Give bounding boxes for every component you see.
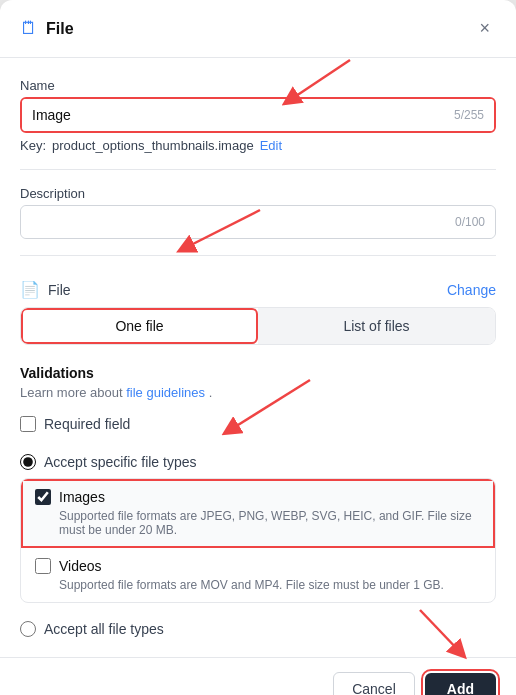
validations-subtitle: Learn more about file guidelines . bbox=[20, 385, 496, 400]
name-input[interactable] bbox=[22, 99, 494, 131]
name-label: Name bbox=[20, 78, 496, 93]
images-label: Images bbox=[59, 489, 105, 505]
file-dialog: 🗒 File × Name 5/255 Key: product_options… bbox=[0, 0, 516, 695]
file-type-toggle: One file List of files bbox=[20, 307, 496, 345]
dialog-body: Name 5/255 Key: product_options_thumbnai… bbox=[0, 58, 516, 657]
subtitle-suffix: . bbox=[209, 385, 213, 400]
validations-title: Validations bbox=[20, 365, 496, 381]
dialog-title: File bbox=[46, 20, 465, 38]
add-button[interactable]: Add bbox=[425, 673, 496, 695]
accept-specific-label: Accept specific file types bbox=[44, 454, 197, 470]
key-value: product_options_thumbnails.image bbox=[52, 138, 254, 153]
dialog-header: 🗒 File × bbox=[0, 0, 516, 58]
key-prefix: Key: bbox=[20, 138, 46, 153]
images-checkbox-item: Images Supported file formats are JPEG, … bbox=[21, 479, 495, 548]
accept-all-radio-item: Accept all file types bbox=[20, 621, 496, 637]
close-button[interactable]: × bbox=[473, 16, 496, 41]
name-input-wrapper: 5/255 bbox=[20, 97, 496, 133]
accept-specific-radio-item: Accept specific file types bbox=[20, 454, 496, 470]
file-icon: 📄 bbox=[20, 280, 40, 299]
one-file-button[interactable]: One file bbox=[21, 308, 258, 344]
name-field-group: Name 5/255 Key: product_options_thumbnai… bbox=[20, 78, 496, 153]
file-row-left: 📄 File bbox=[20, 280, 71, 299]
images-description: Supported file formats are JPEG, PNG, WE… bbox=[35, 509, 481, 537]
validations-section: Validations Learn more about file guidel… bbox=[20, 365, 496, 637]
dialog-footer: Cancel Add bbox=[0, 657, 516, 695]
videos-label: Videos bbox=[59, 558, 102, 574]
file-header-icon: 🗒 bbox=[20, 18, 38, 39]
videos-checkbox[interactable] bbox=[35, 558, 51, 574]
divider-1 bbox=[20, 169, 496, 170]
images-checkbox[interactable] bbox=[35, 489, 51, 505]
description-input-wrapper: 0/100 bbox=[20, 205, 496, 239]
required-field-row: Required field bbox=[20, 412, 496, 436]
videos-label-row: Videos bbox=[35, 558, 481, 574]
images-label-row: Images bbox=[35, 489, 481, 505]
videos-description: Supported file formats are MOV and MP4. … bbox=[35, 578, 481, 592]
file-types-group: Images Supported file formats are JPEG, … bbox=[20, 478, 496, 603]
videos-checkbox-item: Videos Supported file formats are MOV an… bbox=[21, 548, 495, 602]
required-field-label: Required field bbox=[44, 416, 130, 432]
change-button[interactable]: Change bbox=[447, 282, 496, 298]
accept-all-radio[interactable] bbox=[20, 621, 36, 637]
description-field-group: Description 0/100 bbox=[20, 186, 496, 239]
file-label: File bbox=[48, 282, 71, 298]
description-counter: 0/100 bbox=[455, 215, 485, 229]
edit-link[interactable]: Edit bbox=[260, 138, 282, 153]
divider-2 bbox=[20, 255, 496, 256]
description-input[interactable] bbox=[21, 206, 495, 238]
key-row: Key: product_options_thumbnails.image Ed… bbox=[20, 138, 496, 153]
description-label: Description bbox=[20, 186, 496, 201]
required-field-checkbox[interactable] bbox=[20, 416, 36, 432]
list-of-files-button[interactable]: List of files bbox=[258, 308, 495, 344]
subtitle-text: Learn more about bbox=[20, 385, 126, 400]
cancel-button[interactable]: Cancel bbox=[333, 672, 415, 695]
file-guidelines-link[interactable]: file guidelines bbox=[126, 385, 205, 400]
accept-all-label: Accept all file types bbox=[44, 621, 164, 637]
accept-specific-radio[interactable] bbox=[20, 454, 36, 470]
name-counter: 5/255 bbox=[454, 108, 484, 122]
file-row: 📄 File Change bbox=[20, 272, 496, 307]
